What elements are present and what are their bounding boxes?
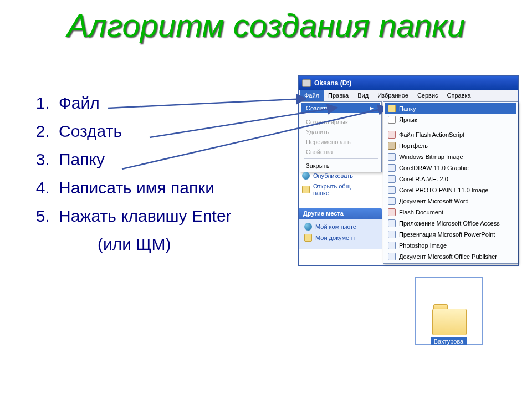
create-item[interactable]: CorelDRAW 11.0 Graphic bbox=[385, 162, 516, 173]
file-icon bbox=[388, 175, 396, 183]
file-icon bbox=[388, 253, 396, 260]
explorer-window: Oksana (D:) Файл Правка Вид Избранное Се… bbox=[298, 75, 519, 266]
menu-edit[interactable]: Правка bbox=[324, 90, 353, 101]
create-shortcut-label: Ярлык bbox=[399, 116, 417, 123]
task-open-shared[interactable]: Открыть общ папке bbox=[299, 181, 382, 198]
file-create-label: Создать bbox=[306, 105, 329, 111]
create-folder[interactable]: Папку bbox=[385, 103, 516, 114]
create-item[interactable]: Документ Microsoft Word bbox=[385, 196, 516, 207]
new-folder-name[interactable]: Вахтурова bbox=[431, 337, 467, 345]
menu-fav[interactable]: Избранное bbox=[373, 90, 413, 101]
other-places-header[interactable]: Другие места bbox=[299, 208, 382, 219]
create-item[interactable]: Приложение Microsoft Office Access bbox=[385, 218, 516, 229]
file-dropdown: Создать ▶ Создать ярлык Удалить Переимен… bbox=[300, 101, 382, 172]
steps-list: Файл Создать Папку Написать имя папки На… bbox=[21, 89, 298, 258]
menu-separator bbox=[304, 158, 378, 159]
create-item[interactable]: Файл Flash ActionScript bbox=[385, 129, 516, 140]
create-item[interactable]: Corel PHOTO-PAINT 11.0 Image bbox=[385, 185, 516, 196]
create-folder-label: Папку bbox=[399, 105, 416, 112]
shortcut-icon bbox=[388, 116, 396, 124]
file-properties[interactable]: Свойства bbox=[301, 147, 380, 157]
shared-folder-icon bbox=[302, 186, 310, 193]
file-close[interactable]: Закрыть bbox=[301, 161, 380, 171]
create-item[interactable]: Портфель bbox=[385, 140, 516, 151]
step-4: Написать имя папки bbox=[54, 173, 298, 202]
step-5: Нажать клавишу Enter (или ЩМ) bbox=[54, 202, 298, 258]
file-icon bbox=[388, 153, 396, 161]
computer-icon bbox=[304, 223, 312, 231]
file-icon bbox=[388, 242, 396, 249]
create-item[interactable]: Презентация Microsoft PowerPoint bbox=[385, 229, 516, 240]
create-item[interactable]: Windows Bitmap Image bbox=[385, 151, 516, 162]
window-title: Oksana (D:) bbox=[314, 79, 351, 87]
menu-help[interactable]: Справка bbox=[443, 90, 475, 101]
slide-title: Алгоритм создания папки bbox=[0, 7, 532, 44]
folder-icon bbox=[432, 309, 466, 334]
file-delete[interactable]: Удалить bbox=[301, 127, 380, 137]
file-rename[interactable]: Переименовать bbox=[301, 137, 380, 147]
folder-icon bbox=[388, 105, 396, 112]
menu-view[interactable]: Вид bbox=[353, 90, 373, 101]
file-icon bbox=[388, 231, 396, 238]
menu-service[interactable]: Сервис bbox=[413, 90, 443, 101]
step-5-sub: (или ЩМ) bbox=[98, 230, 298, 258]
create-item[interactable]: Photoshop Image bbox=[385, 240, 516, 251]
place-my-documents[interactable]: Мои документ bbox=[301, 232, 380, 243]
submenu-arrow-icon: ▶ bbox=[370, 105, 374, 111]
step-1: Файл bbox=[54, 89, 298, 117]
file-icon bbox=[388, 197, 396, 205]
tasks-pane: Опубликовать Открыть общ папке Другие ме… bbox=[299, 170, 382, 267]
step-5-text: Нажать клавишу Enter bbox=[59, 207, 232, 225]
menubar: Файл Правка Вид Избранное Сервис Справка bbox=[299, 90, 518, 101]
create-item[interactable]: Corel R.A.V.E. 2.0 bbox=[385, 173, 516, 185]
file-icon bbox=[388, 164, 396, 172]
file-create-shortcut[interactable]: Создать ярлык bbox=[301, 117, 380, 127]
create-item[interactable]: Документ Microsoft Office Publisher bbox=[385, 251, 516, 262]
menu-file[interactable]: Файл bbox=[300, 90, 324, 101]
globe-icon bbox=[302, 172, 310, 180]
create-submenu: Папку Ярлык Файл Flash ActionScript Порт… bbox=[383, 101, 518, 264]
file-create[interactable]: Создать ▶ bbox=[301, 103, 380, 113]
file-icon bbox=[388, 131, 396, 139]
task-publish[interactable]: Опубликовать bbox=[299, 170, 382, 181]
briefcase-icon bbox=[388, 142, 396, 150]
documents-icon bbox=[304, 234, 312, 242]
file-icon bbox=[388, 208, 396, 216]
drive-icon bbox=[302, 79, 311, 87]
other-places-body: Мой компьюте Мои документ bbox=[299, 219, 382, 249]
create-shortcut[interactable]: Ярлык bbox=[385, 114, 516, 125]
new-folder-preview[interactable]: Вахтурова bbox=[415, 277, 483, 345]
file-icon bbox=[388, 219, 396, 227]
create-item[interactable]: Flash Document bbox=[385, 207, 516, 218]
menu-separator bbox=[304, 115, 378, 115]
place-my-computer[interactable]: Мой компьюте bbox=[301, 221, 380, 232]
file-icon bbox=[388, 186, 396, 194]
titlebar[interactable]: Oksana (D:) bbox=[299, 76, 518, 90]
menu-separator bbox=[387, 127, 514, 127]
step-2: Создать bbox=[54, 117, 298, 145]
step-3: Папку bbox=[54, 145, 298, 173]
